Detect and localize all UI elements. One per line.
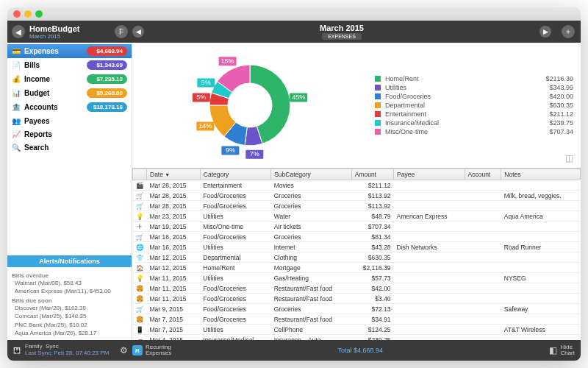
legend-name: Food/Groceries <box>385 93 529 100</box>
table-row[interactable]: 🏠Mar 12, 2015Home/RentMortgage$2,116.39 <box>133 263 581 273</box>
legend-swatch <box>375 120 381 126</box>
table-row[interactable]: 🛒Mar 28, 2015Food/GroceriesGroceries$113… <box>133 191 581 201</box>
col-icon[interactable] <box>133 169 147 180</box>
sidebar-item-search[interactable]: 🔍 Search <box>7 141 132 154</box>
legend-value: $2116.39 <box>529 75 573 82</box>
back-button[interactable]: ◀ <box>12 25 25 38</box>
table-row[interactable]: 🌐Mar 16, 2015UtilitiesInternet$43.28Dish… <box>133 242 581 252</box>
col-Amount[interactable]: Amount <box>351 169 393 180</box>
chart-type-icon[interactable]: ◫ <box>565 153 573 163</box>
legend-name: Utilities <box>385 84 529 91</box>
last-sync: Last Sync: Feb 28, 07:40:23 PM <box>25 350 109 357</box>
svg-text:14%: 14% <box>198 122 212 130</box>
prev-month-button[interactable]: ◀ <box>132 26 144 38</box>
legend-swatch <box>375 111 381 117</box>
table-row[interactable]: 🍔Mar 11, 2015Food/GroceriesRestaurant/Fa… <box>133 294 581 304</box>
col-Date[interactable]: Date ▼ <box>147 169 201 180</box>
gear-icon[interactable]: ⚙ <box>120 345 128 355</box>
row-icon: 🛒 <box>133 191 147 201</box>
sidebar-item-expenses[interactable]: 💳 Expenses $4,668.94 <box>7 44 132 58</box>
sidebar-item-bills[interactable]: 📄 Bills $1,343.69 <box>7 58 132 72</box>
table-row[interactable]: 🛒Mar 9, 2015Food/GroceriesGroceries$72.1… <box>133 304 581 314</box>
sidebar-icon: 👥 <box>12 116 21 125</box>
sidebar-badge: $5,260.00 <box>87 88 127 98</box>
sidebar-badge: $1,343.69 <box>87 60 127 70</box>
add-button[interactable]: ＋ <box>562 25 575 38</box>
bottombar: 👪 Family Sync Last Sync: Feb 28, 07:40:2… <box>7 340 581 361</box>
row-icon: 🍔 <box>133 283 147 294</box>
table-row[interactable]: 🎬Mar 28, 2015EntertainmentMovies$211.12 <box>133 180 581 191</box>
view-tab[interactable]: EXPENSES <box>322 33 362 40</box>
row-icon: 🚗 <box>133 335 147 341</box>
row-icon: 📱 <box>133 325 147 335</box>
svg-text:45%: 45% <box>292 93 305 101</box>
col-Payee[interactable]: Payee <box>394 169 465 180</box>
legend-value: $343.99 <box>529 84 573 91</box>
table-row[interactable]: 📱Mar 7, 2015UtilitiesCellPhone$124.25AT&… <box>133 325 581 335</box>
table-row[interactable]: 🍔Mar 7, 2015Food/GroceriesRestaurant/Fas… <box>133 314 581 325</box>
row-icon: 🛒 <box>133 201 147 211</box>
recurring-button[interactable]: R RecurringExpenses <box>132 344 171 357</box>
table-row[interactable]: 👕Mar 12, 2015DepartmentalClothing$630.35 <box>133 252 581 263</box>
table-row[interactable]: 💡Mar 11, 2015UtilitiesGas/Heating$57.73N… <box>133 273 581 283</box>
legend-name: Insurance/Medical <box>385 119 529 127</box>
sidebar-item-payees[interactable]: 👥 Payees <box>7 114 132 127</box>
col-Category[interactable]: Category <box>200 169 270 180</box>
sidebar-item-label: Search <box>24 144 127 152</box>
next-month-button[interactable]: ▶ <box>539 26 551 38</box>
sidebar-item-accounts[interactable]: 🏦 Accounts $18,176.16 <box>7 100 132 114</box>
col-SubCategory[interactable]: SubCategory <box>271 169 351 180</box>
row-icon: 🍔 <box>133 294 147 304</box>
sidebar-item-label: Bills <box>24 61 83 69</box>
sidebar-item-income[interactable]: 💰 Income $7,235.13 <box>7 72 132 86</box>
legend-row: Food/Groceries $420.00 <box>375 92 573 101</box>
sidebar-icon: 💳 <box>12 47 21 56</box>
svg-text:5%: 5% <box>201 79 211 86</box>
svg-text:5%: 5% <box>196 93 206 101</box>
legend-row: Utilities $343.99 <box>375 83 573 92</box>
app-title: HomeBudget <box>29 24 79 33</box>
zoom-icon[interactable] <box>35 10 43 18</box>
svg-text:15%: 15% <box>221 57 234 65</box>
row-icon: 🌐 <box>133 242 147 252</box>
expenses-table[interactable]: Date ▼CategorySubCategoryAmountPayeeAcco… <box>132 168 581 340</box>
row-icon: 🛒 <box>133 304 147 314</box>
legend-row: Departmental $630.35 <box>375 101 573 110</box>
legend-swatch <box>375 102 381 108</box>
sidebar-item-reports[interactable]: 📈 Reports <box>7 127 132 141</box>
sidebar-badge: $4,668.94 <box>87 46 127 56</box>
legend-row: Entertainment $211.12 <box>375 110 573 118</box>
topbar: ◀ HomeBudget March 2015 F ◀ March 2015 E… <box>7 21 581 43</box>
hide-chart-button[interactable]: ◧ HideChart <box>549 344 575 357</box>
alert-group: Bills due soon <box>12 297 127 304</box>
col-Notes[interactable]: Notes <box>501 169 581 180</box>
sidebar-item-label: Accounts <box>24 103 83 111</box>
table-row[interactable]: 🍔Mar 11, 2015Food/GroceriesRestaurant/Fa… <box>133 283 581 294</box>
row-icon: ✈ <box>133 222 147 232</box>
sidebar-icon: 📄 <box>12 61 21 70</box>
sidebar-icon: 💰 <box>12 75 21 84</box>
sidebar-item-label: Reports <box>24 130 127 138</box>
sidebar: 💳 Expenses $4,668.94📄 Bills $1,343.69💰 I… <box>7 43 132 340</box>
sidebar-item-label: Income <box>24 75 83 83</box>
legend-value: $420.00 <box>529 93 573 100</box>
family-button[interactable]: F <box>115 25 128 38</box>
app-period: March 2015 <box>29 33 79 40</box>
col-Account[interactable]: Account <box>465 169 501 180</box>
close-icon[interactable] <box>13 10 21 18</box>
table-row[interactable]: 🛒Mar 28, 2015Food/GroceriesGroceries$113… <box>133 201 581 211</box>
family-icon[interactable]: 👪 <box>13 347 21 354</box>
table-row[interactable]: ✈Mar 19, 2015Misc/One-timeAir tickets$70… <box>133 222 581 232</box>
alert-line: Aqua America (Mar/26), $28.17 <box>12 329 127 337</box>
row-icon: 🛒 <box>133 232 147 242</box>
table-row[interactable]: 💡Mar 23, 2015UtilitiesWater$48.79America… <box>133 211 581 222</box>
minimize-icon[interactable] <box>24 10 32 18</box>
sidebar-icon: 🏦 <box>12 103 21 112</box>
row-icon: 💡 <box>133 211 147 222</box>
table-row[interactable]: 🛒Mar 16, 2015Food/GroceriesGroceries$81.… <box>133 232 581 242</box>
svg-text:9%: 9% <box>226 146 235 154</box>
sidebar-icon: 📊 <box>12 89 21 98</box>
table-row[interactable]: 🚗Mar 4, 2015Insurance/MedicalInsurance –… <box>133 335 581 341</box>
row-icon: 👕 <box>133 252 147 263</box>
sidebar-item-budget[interactable]: 📊 Budget $5,260.00 <box>7 86 132 100</box>
